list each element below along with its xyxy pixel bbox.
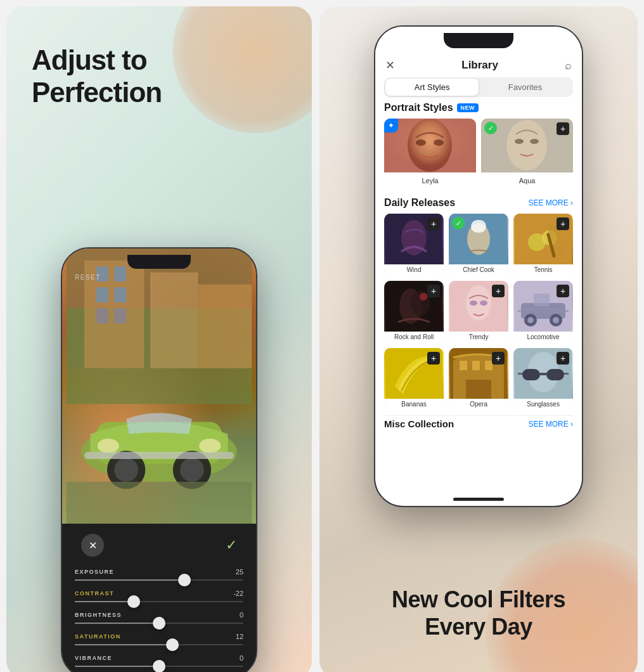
slider-value-saturation: 12: [236, 633, 243, 640]
grid-card-locomotive[interactable]: + Locomotive: [513, 281, 573, 342]
aqua-label-area: Aqua: [481, 172, 573, 187]
opera-label: Opera: [449, 399, 508, 409]
svg-rect-7: [96, 308, 108, 323]
slider-vibrance: VIBRANCE 0: [75, 654, 243, 667]
slider-track-exposure[interactable]: [75, 579, 243, 581]
svg-rect-8: [114, 308, 126, 323]
slider-contrast: CONTRAST -22: [75, 590, 243, 602]
chiefcook-label: Chief Cook: [449, 264, 508, 275]
tennis-label: Tennis: [513, 264, 573, 275]
confirm-button[interactable]: ✓: [226, 537, 237, 553]
svg-point-28: [515, 139, 524, 144]
bananas-add-button[interactable]: +: [427, 352, 440, 365]
slider-fill-contrast: [75, 601, 134, 602]
grid-card-trendy[interactable]: + Trendy: [449, 281, 508, 342]
phone-screen-left: RESET ✕ ✓ EXPOSURE 25: [62, 249, 256, 672]
slider-thumb-brightness[interactable]: [153, 617, 165, 630]
portrait-styles-section: Portrait Styles NEW: [384, 102, 573, 188]
slider-thumb-exposure[interactable]: [178, 574, 191, 586]
slider-label-vibrance: VIBRANCE: [75, 655, 112, 661]
daily-releases-section: Daily Releases SEE MORE ›: [384, 197, 573, 429]
slider-label-contrast: CONTRAST: [75, 590, 114, 597]
svg-rect-63: [546, 369, 564, 380]
svg-point-14: [199, 439, 221, 453]
svg-point-53: [553, 317, 559, 323]
see-more-misc[interactable]: SEE MORE ›: [528, 420, 573, 429]
locomotive-add-button[interactable]: +: [557, 285, 569, 297]
slider-label-row-saturation: SATURATION 12: [75, 633, 243, 640]
grid-card-wind[interactable]: + Wind: [384, 214, 444, 275]
action-row: ✕ ✓: [75, 534, 243, 557]
tennis-add-button[interactable]: +: [557, 217, 569, 230]
slider-fill-exposure: [75, 579, 184, 581]
slider-label-exposure: EXPOSURE: [75, 569, 114, 575]
grid-card-tennis[interactable]: + Tennis: [513, 214, 573, 275]
portrait-section-title: Portrait Styles: [384, 102, 453, 113]
wind-add-button[interactable]: +: [427, 217, 440, 230]
grid-card-opera[interactable]: + Opera: [449, 348, 508, 409]
slider-thumb-vibrance[interactable]: [153, 660, 165, 672]
trendy-label: Trendy: [449, 332, 508, 342]
reset-label: RESET: [75, 274, 101, 281]
svg-point-27: [506, 120, 547, 171]
grid-card-chiefcook[interactable]: ✓ Chief Cook: [449, 214, 508, 275]
tab-favorites[interactable]: Favorites: [479, 79, 572, 96]
portrait-card-leyla[interactable]: ✦ Leyla: [384, 119, 476, 188]
slider-track-contrast[interactable]: [75, 601, 243, 602]
grid-card-sunglasses[interactable]: + Sunglasses: [513, 348, 573, 409]
slider-label-row-contrast: CONTRAST -22: [75, 590, 243, 597]
slider-label-row-exposure: EXPOSURE 25: [75, 568, 243, 576]
phone-mockup-right: ✕ Library ⌕ Art Styles Favorites: [374, 25, 583, 507]
search-icon[interactable]: ⌕: [565, 59, 572, 72]
trendy-add-button[interactable]: +: [492, 285, 505, 297]
svg-rect-9: [150, 273, 198, 368]
phone-mockup-left: RESET ✕ ✓ EXPOSURE 25: [61, 247, 257, 672]
svg-rect-6: [114, 287, 126, 302]
wind-label: Wind: [384, 264, 444, 275]
slider-value-brightness: 0: [240, 611, 243, 619]
slider-thumb-contrast[interactable]: [127, 595, 140, 608]
slider-track-vibrance[interactable]: [75, 666, 243, 667]
leyla-corner-icon: ✦: [384, 119, 398, 132]
daily-releases-title: Daily Releases: [384, 197, 455, 209]
slider-brightness: BRIGHTNESS 0: [75, 611, 243, 624]
grid-card-rockandroll[interactable]: + Rock and Roll: [384, 281, 444, 342]
locomotive-label: Locomotive: [513, 332, 573, 342]
rockandroll-add-button[interactable]: +: [427, 285, 440, 297]
aqua-check-icon: ✓: [484, 122, 497, 134]
slider-thumb-saturation[interactable]: [166, 638, 179, 651]
slider-label-brightness: BRIGHTNESS: [75, 612, 122, 618]
see-more-daily[interactable]: SEE MORE ›: [528, 198, 573, 207]
svg-rect-64: [540, 373, 546, 375]
svg-point-46: [480, 300, 487, 306]
svg-point-16: [114, 458, 138, 482]
slider-value-exposure: 25: [236, 568, 243, 576]
slider-track-brightness[interactable]: [75, 623, 243, 624]
slider-value-contrast: -22: [233, 590, 243, 597]
slider-fill-brightness: [75, 623, 159, 624]
slider-fill-saturation: [75, 644, 172, 645]
leyla-label: Leyla: [422, 174, 438, 186]
aqua-add-button[interactable]: +: [557, 122, 569, 135]
slider-track-saturation[interactable]: [75, 644, 243, 645]
daily-row-3: + Bananas: [384, 348, 573, 409]
left-panel: Adjust to Perfection: [6, 6, 312, 672]
slider-fill-vibrance: [75, 666, 159, 667]
portrait-row: ✦ Leyla: [384, 119, 573, 188]
misc-collection-title: Misc Collection: [384, 418, 454, 429]
tab-bar: Art Styles Favorites: [384, 77, 573, 97]
portrait-card-aqua[interactable]: ✓ + Aqua: [481, 119, 573, 188]
close-icon[interactable]: ✕: [385, 58, 395, 72]
phone-home-bar: [453, 498, 504, 501]
car-image-area: RESET: [62, 249, 256, 524]
svg-point-42: [420, 293, 427, 300]
tab-art-styles[interactable]: Art Styles: [385, 79, 479, 96]
aqua-label: Aqua: [519, 174, 536, 186]
cancel-button[interactable]: ✕: [81, 534, 104, 557]
opera-add-button[interactable]: +: [492, 352, 505, 365]
slider-exposure: EXPOSURE 25: [75, 568, 243, 581]
library-title: Library: [461, 59, 498, 72]
sunglasses-add-button[interactable]: +: [557, 352, 569, 365]
grid-card-bananas[interactable]: + Bananas: [384, 348, 444, 409]
svg-point-52: [527, 317, 534, 323]
